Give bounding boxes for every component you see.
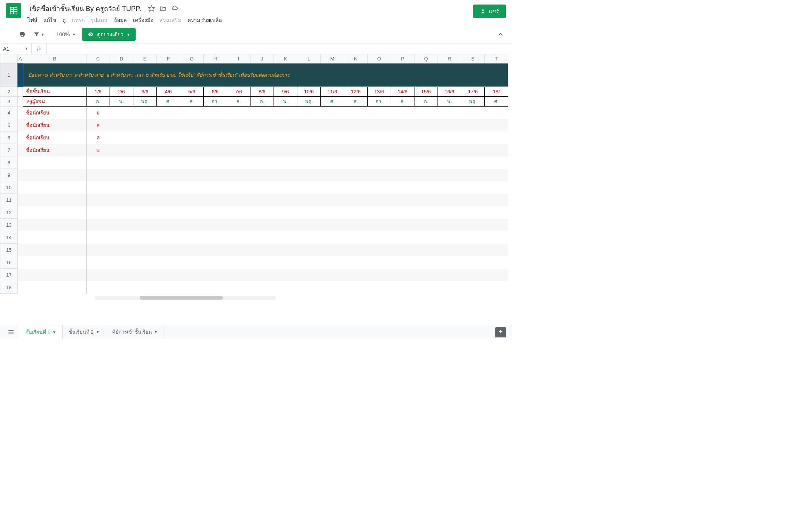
day-cell-13[interactable]: จ. [391, 97, 414, 107]
name-box[interactable]: A1▼ [0, 43, 32, 54]
col-header-G[interactable]: G [180, 54, 204, 63]
menu-data[interactable]: ข้อมูล [111, 14, 130, 26]
day-cell-2[interactable]: พฤ. [133, 97, 157, 107]
att-cell-7-8[interactable] [274, 144, 297, 156]
att-cell-6-1[interactable] [110, 131, 133, 144]
cloud-icon[interactable] [171, 5, 178, 12]
day-cell-12[interactable]: อา. [368, 97, 391, 107]
class-label[interactable]: ชื่อชั้นเรียน [23, 87, 87, 97]
row-header-9[interactable]: 9 [0, 169, 18, 181]
student-name-6[interactable]: ชื่อนักเรียน [23, 131, 87, 144]
att-cell-4-4[interactable] [180, 107, 204, 119]
horizontal-scrollbar[interactable] [94, 296, 276, 300]
day-cell-5[interactable]: อา. [204, 97, 227, 107]
date-cell-6[interactable]: 7/6 [227, 87, 250, 97]
formula-bar[interactable] [47, 43, 512, 54]
print-icon[interactable] [17, 29, 28, 39]
row-header-16[interactable]: 16 [0, 256, 18, 269]
att-cell-7-5[interactable] [204, 144, 227, 156]
att-cell-5-9[interactable] [297, 119, 321, 131]
col-header-N[interactable]: N [344, 54, 368, 63]
att-cell-5-16[interactable] [461, 119, 485, 131]
row-header-5[interactable]: 5 [0, 119, 18, 131]
att-cell-6-4[interactable] [180, 131, 204, 144]
col-header-L[interactable]: L [297, 54, 321, 63]
instruction-banner[interactable]: ป้อนค่า ม สำหรับ มา, ส สำหรับ สาย, ล สำห… [23, 63, 508, 87]
row-header-8[interactable]: 8 [0, 156, 18, 169]
row-header-18[interactable]: 18 [0, 281, 18, 294]
row-header-11[interactable]: 11 [0, 194, 18, 206]
day-cell-0[interactable]: อ. [87, 97, 110, 107]
att-cell-5-10[interactable] [321, 119, 344, 131]
day-cell-15[interactable]: พ. [438, 97, 461, 107]
att-cell-7-6[interactable] [227, 144, 250, 156]
row-header-13[interactable]: 13 [0, 219, 18, 231]
att-cell-6-10[interactable] [321, 131, 344, 144]
att-cell-6-15[interactable] [438, 131, 461, 144]
col-header-S[interactable]: S [461, 54, 485, 63]
row-header-14[interactable]: 14 [0, 231, 18, 244]
att-cell-7-17[interactable] [485, 144, 508, 156]
date-cell-11[interactable]: 12/6 [344, 87, 368, 97]
att-cell-7-15[interactable] [438, 144, 461, 156]
att-cell-4-11[interactable] [344, 107, 368, 119]
star-icon[interactable] [148, 5, 155, 12]
att-cell-6-17[interactable] [485, 131, 508, 144]
day-cell-6[interactable]: จ. [227, 97, 250, 107]
share-button[interactable]: แชร์ [473, 5, 506, 18]
date-cell-1[interactable]: 2/6 [110, 87, 133, 97]
menu-insert[interactable]: แทรก [69, 14, 87, 26]
att-cell-6-8[interactable] [274, 131, 297, 144]
teacher-label[interactable]: ครูผู้สอน [23, 97, 87, 107]
att-cell-4-10[interactable] [321, 107, 344, 119]
day-cell-17[interactable]: ศ. [485, 97, 508, 107]
att-cell-4-16[interactable] [461, 107, 485, 119]
att-cell-5-3[interactable] [157, 119, 180, 131]
att-cell-4-9[interactable] [297, 107, 321, 119]
student-name-5[interactable]: ชื่อนักเรียน [23, 119, 87, 131]
menu-help[interactable]: ความช่วยเหลือ [185, 14, 224, 26]
att-cell-4-13[interactable] [391, 107, 414, 119]
att-cell-5-14[interactable] [414, 119, 438, 131]
date-cell-16[interactable]: 17/6 [461, 87, 485, 97]
date-cell-7[interactable]: 8/6 [250, 87, 274, 97]
col-header-I[interactable]: I [227, 54, 250, 63]
att-cell-7-4[interactable] [180, 144, 204, 156]
att-cell-5-5[interactable] [204, 119, 227, 131]
col-header-C[interactable]: C [87, 54, 110, 63]
sheet-tab-1[interactable]: ชั้นเรียนที่ 1▼ [19, 325, 63, 339]
att-cell-7-9[interactable] [297, 144, 321, 156]
att-cell-5-7[interactable] [250, 119, 274, 131]
menu-tools[interactable]: เครื่องมือ [130, 14, 156, 26]
col-header-D[interactable]: D [110, 54, 133, 63]
row-header-17[interactable]: 17 [0, 269, 18, 281]
sheet-tab-2[interactable]: ชั้นเรียนที่ 2▼ [63, 325, 106, 339]
att-cell-4-12[interactable] [368, 107, 391, 119]
date-cell-5[interactable]: 6/6 [204, 87, 227, 97]
menu-view[interactable]: ดู [60, 14, 68, 26]
att-cell-5-11[interactable] [344, 119, 368, 131]
att-cell-4-8[interactable] [274, 107, 297, 119]
att-cell-5-C[interactable]: ส [87, 119, 110, 131]
date-cell-8[interactable]: 9/6 [274, 87, 297, 97]
att-cell-4-C[interactable]: ม [87, 107, 110, 119]
col-header-Q[interactable]: Q [414, 54, 438, 63]
att-cell-5-4[interactable] [180, 119, 204, 131]
att-cell-6-11[interactable] [344, 131, 368, 144]
day-cell-10[interactable]: ศ. [321, 97, 344, 107]
att-cell-7-13[interactable] [391, 144, 414, 156]
row-header-12[interactable]: 12 [0, 206, 18, 219]
att-cell-6-13[interactable] [391, 131, 414, 144]
date-cell-12[interactable]: 13/6 [368, 87, 391, 97]
document-title[interactable]: เช็คชื่อเข้าชั้นเรียน By ครูถวัลย์ TUPP. [27, 2, 144, 15]
date-cell-3[interactable]: 4/6 [157, 87, 180, 97]
att-cell-6-12[interactable] [368, 131, 391, 144]
att-cell-5-1[interactable] [110, 119, 133, 131]
date-cell-2[interactable]: 3/6 [133, 87, 157, 97]
att-cell-7-11[interactable] [344, 144, 368, 156]
att-cell-6-6[interactable] [227, 131, 250, 144]
day-cell-14[interactable]: อ. [414, 97, 438, 107]
row-header-7[interactable]: 7 [0, 144, 18, 156]
att-cell-6-9[interactable] [297, 131, 321, 144]
day-cell-3[interactable]: ศ. [157, 97, 180, 107]
